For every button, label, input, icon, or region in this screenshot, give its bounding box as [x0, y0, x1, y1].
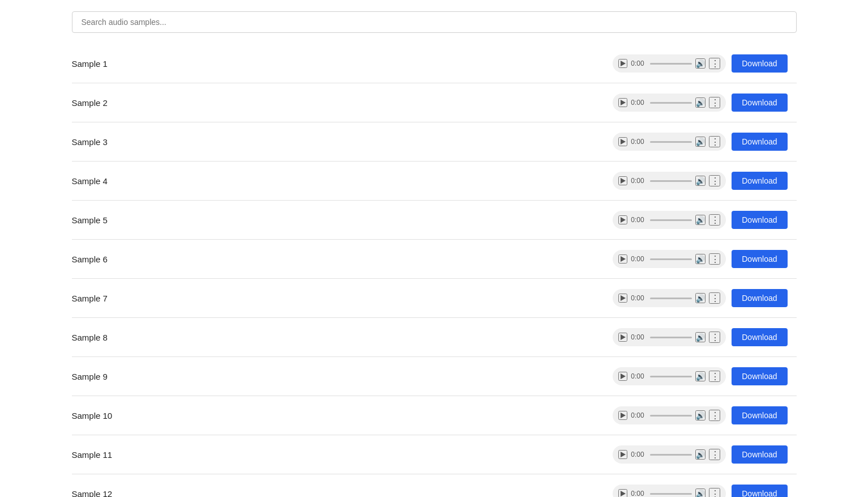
more-dots-icon: ⋮ [711, 449, 719, 460]
progress-bar[interactable] [650, 454, 692, 456]
more-options-button[interactable]: ⋮ [709, 332, 720, 343]
more-options-button[interactable]: ⋮ [709, 175, 720, 186]
more-options-button[interactable]: ⋮ [709, 136, 720, 147]
sample-row: Sample 10 0:00 🔊 ⋮ [72, 396, 797, 435]
audio-player: 0:00 🔊 ⋮ [613, 172, 726, 190]
sample-controls: 0:00 🔊 ⋮ Download [613, 172, 787, 190]
volume-button[interactable]: 🔊 [695, 97, 705, 108]
volume-button[interactable]: 🔊 [695, 488, 705, 497]
progress-bar[interactable] [650, 180, 692, 182]
more-options-button[interactable]: ⋮ [709, 371, 720, 382]
play-button[interactable] [618, 450, 627, 459]
progress-bar[interactable] [650, 493, 692, 495]
sample-row: Sample 8 0:00 🔊 ⋮ [72, 318, 797, 357]
audio-player: 0:00 🔊 ⋮ [613, 211, 726, 229]
play-button[interactable] [618, 98, 627, 107]
play-button[interactable] [618, 294, 627, 303]
progress-bar[interactable] [650, 219, 692, 221]
more-options-button[interactable]: ⋮ [709, 488, 720, 497]
more-dots-icon: ⋮ [711, 215, 719, 226]
volume-icon: 🔊 [696, 177, 705, 185]
sample-name: Sample 10 [72, 411, 185, 420]
progress-bar[interactable] [650, 102, 692, 104]
play-icon [621, 491, 626, 496]
download-button[interactable]: Download [732, 133, 787, 151]
download-button[interactable]: Download [732, 445, 787, 464]
play-button[interactable] [618, 372, 627, 381]
volume-button[interactable]: 🔊 [695, 293, 705, 303]
more-options-button[interactable]: ⋮ [709, 292, 720, 304]
audio-player: 0:00 🔊 ⋮ [613, 133, 726, 151]
volume-button[interactable]: 🔊 [695, 215, 705, 225]
progress-bar[interactable] [650, 376, 692, 377]
play-icon [621, 413, 626, 418]
more-options-button[interactable]: ⋮ [709, 449, 720, 460]
play-icon [621, 61, 626, 66]
volume-icon: 🔊 [696, 411, 705, 420]
play-button[interactable] [618, 137, 627, 146]
sample-controls: 0:00 🔊 ⋮ Download [613, 289, 787, 307]
audio-player: 0:00 🔊 ⋮ [613, 250, 726, 268]
volume-button[interactable]: 🔊 [695, 176, 705, 186]
play-button[interactable] [618, 333, 627, 342]
progress-bar[interactable] [650, 63, 692, 65]
sample-controls: 0:00 🔊 ⋮ Download [613, 211, 787, 229]
sample-row: Sample 5 0:00 🔊 ⋮ [72, 201, 797, 240]
play-button[interactable] [618, 215, 627, 224]
volume-button[interactable]: 🔊 [695, 371, 705, 381]
sample-row: Sample 6 0:00 🔊 ⋮ [72, 240, 797, 279]
download-button[interactable]: Download [732, 485, 787, 497]
play-button[interactable] [618, 411, 627, 420]
download-button[interactable]: Download [732, 54, 787, 73]
more-options-button[interactable]: ⋮ [709, 58, 720, 69]
sample-controls: 0:00 🔊 ⋮ Download [613, 94, 787, 112]
progress-bar[interactable] [650, 415, 692, 417]
sample-controls: 0:00 🔊 ⋮ Download [613, 367, 787, 385]
sample-name: Sample 5 [72, 215, 185, 225]
volume-button[interactable]: 🔊 [695, 137, 705, 147]
volume-button[interactable]: 🔊 [695, 410, 705, 420]
progress-bar[interactable] [650, 258, 692, 260]
more-dots-icon: ⋮ [711, 97, 719, 108]
play-icon [621, 139, 626, 145]
sample-name: Sample 6 [72, 254, 185, 264]
time-label: 0:00 [631, 216, 647, 224]
volume-button[interactable]: 🔊 [695, 254, 705, 264]
more-options-button[interactable]: ⋮ [709, 410, 720, 421]
sample-controls: 0:00 🔊 ⋮ Download [613, 250, 787, 268]
download-button[interactable]: Download [732, 250, 787, 268]
more-options-button[interactable]: ⋮ [709, 214, 720, 226]
progress-bar[interactable] [650, 337, 692, 338]
audio-player: 0:00 🔊 ⋮ [613, 445, 726, 464]
more-options-button[interactable]: ⋮ [709, 97, 720, 108]
volume-button[interactable]: 🔊 [695, 449, 705, 460]
download-button[interactable]: Download [732, 211, 787, 229]
sample-row: Sample 3 0:00 🔊 ⋮ [72, 122, 797, 162]
progress-bar[interactable] [650, 141, 692, 143]
download-button[interactable]: Download [732, 328, 787, 346]
time-label: 0:00 [631, 451, 647, 458]
download-button[interactable]: Download [732, 367, 787, 385]
sample-row: Sample 1 0:00 🔊 ⋮ [72, 44, 797, 83]
volume-button[interactable]: 🔊 [695, 58, 705, 69]
sample-row: Sample 7 0:00 🔊 ⋮ [72, 279, 797, 318]
volume-icon: 🔊 [696, 333, 705, 342]
audio-player: 0:00 🔊 ⋮ [613, 94, 726, 112]
time-label: 0:00 [631, 138, 647, 146]
download-button[interactable]: Download [732, 94, 787, 112]
more-options-button[interactable]: ⋮ [709, 253, 720, 265]
download-button[interactable]: Download [732, 406, 787, 424]
play-button[interactable] [618, 254, 627, 264]
play-button[interactable] [618, 489, 627, 497]
play-button[interactable] [618, 59, 627, 68]
search-input[interactable] [72, 11, 797, 33]
play-button[interactable] [618, 176, 627, 185]
download-button[interactable]: Download [732, 289, 787, 307]
volume-button[interactable]: 🔊 [695, 332, 705, 342]
more-dots-icon: ⋮ [711, 371, 719, 382]
sample-controls: 0:00 🔊 ⋮ Download [613, 485, 787, 497]
progress-bar[interactable] [650, 298, 692, 299]
play-icon [621, 100, 626, 105]
download-button[interactable]: Download [732, 172, 787, 190]
sample-name: Sample 1 [72, 59, 185, 69]
